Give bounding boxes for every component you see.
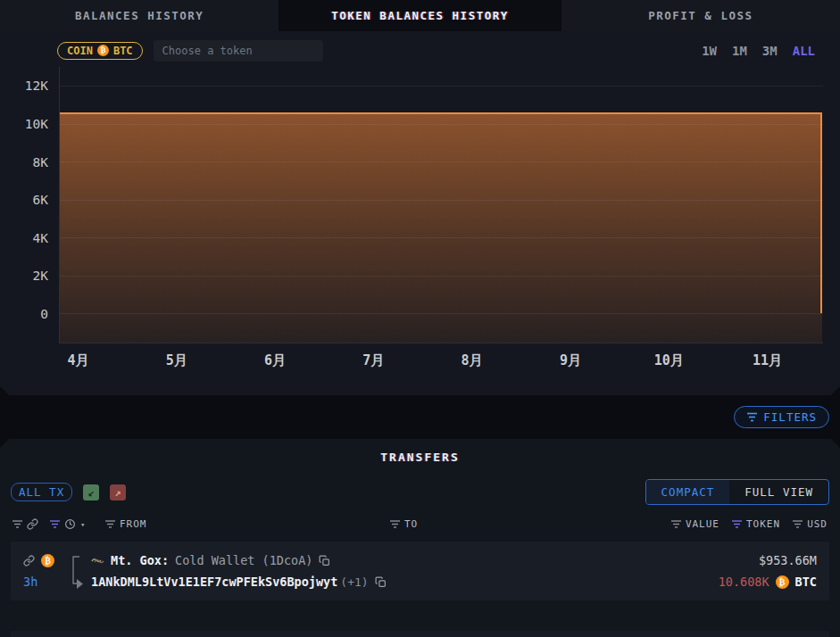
chart-body: 12K10K8K6K4K2K0 xyxy=(0,67,840,343)
y-axis-tick: 10K xyxy=(25,117,48,131)
chart-gridline xyxy=(60,237,823,238)
btc-icon: ₿ xyxy=(97,45,109,56)
entity-squiggle-icon xyxy=(91,557,104,564)
x-axis-tick: 7月 xyxy=(362,352,384,369)
range-all[interactable]: ALL xyxy=(793,44,815,58)
filter-icon xyxy=(12,520,22,528)
filter-icon-active xyxy=(732,520,742,528)
full-view-button[interactable]: FULL VIEW xyxy=(729,480,828,504)
chart-gridline xyxy=(60,161,823,162)
copy-icon[interactable] xyxy=(375,576,387,588)
filters-band: FILTERS xyxy=(0,395,840,439)
filters-button[interactable]: FILTERS xyxy=(734,406,829,428)
filter-icon xyxy=(390,520,400,528)
btc-token-icon: ₿ xyxy=(776,575,789,589)
y-axis-tick: 0 xyxy=(40,307,48,321)
tab-profit-loss[interactable]: PROFIT & LOSS xyxy=(561,0,840,31)
to-address[interactable]: 1ANkDML9LtVv1E1EF7cwPFEkSv6Bpojwyt xyxy=(91,575,337,589)
to-address-extra[interactable]: (+1) xyxy=(340,575,368,589)
x-axis-tick: 5月 xyxy=(166,352,187,369)
from-column-label: FROM xyxy=(120,518,147,530)
transfers-title: TRANSFERS xyxy=(0,439,840,464)
transfer-row-values: $953.66M 10.608K ₿ BTC xyxy=(719,550,817,592)
arrow-up-right-icon: ↗ xyxy=(115,486,121,499)
token-column-header[interactable]: TOKEN xyxy=(732,518,780,530)
view-toggle: COMPACT FULL VIEW xyxy=(645,479,829,505)
tab-bar: BALANCES HISTORY TOKEN BALANCES HISTORY … xyxy=(0,0,840,31)
chart-plot xyxy=(59,67,823,343)
clock-icon xyxy=(64,518,76,530)
chart-gridline xyxy=(60,124,823,125)
x-axis-tick: 4月 xyxy=(67,352,88,369)
coin-badge-token: BTC xyxy=(113,45,133,57)
chart-x-axis: 4月5月6月7月8月9月10月11月 xyxy=(59,343,823,385)
to-column-label: TO xyxy=(404,518,418,530)
x-axis-tick: 8月 xyxy=(462,352,483,369)
chart-gridline xyxy=(60,200,823,201)
btc-chain-icon: ₿ xyxy=(41,554,54,567)
next-row-peek xyxy=(11,631,829,637)
from-entity-detail[interactable]: Cold Wallet (1DcoA) xyxy=(175,553,312,567)
range-1w[interactable]: 1W xyxy=(702,44,717,58)
incoming-tx-button[interactable]: ↙ xyxy=(83,484,99,500)
tx-token-amount: 10.608K xyxy=(719,575,769,589)
from-to-bracket-icon xyxy=(70,556,86,590)
chart-gridline xyxy=(60,276,823,277)
y-axis-tick: 8K xyxy=(33,155,48,170)
tx-age[interactable]: 3h xyxy=(23,575,37,589)
transfers-column-headers: ▾ FROM TO VALUE T xyxy=(0,518,840,533)
transfer-row-parties: Mt. Gox: Cold Wallet (1DcoA) 1ANkDML9LtV… xyxy=(91,550,387,592)
all-tx-filter-button[interactable]: ALL TX xyxy=(11,483,72,501)
token-search-input[interactable] xyxy=(154,40,323,62)
chart-gridline xyxy=(60,313,823,314)
value-column-header[interactable]: VALUE xyxy=(671,518,719,530)
coin-btc-badge[interactable]: COIN ₿ BTC xyxy=(57,42,143,60)
filter-icon xyxy=(746,412,758,422)
tx-token-symbol[interactable]: BTC xyxy=(795,575,817,589)
chain-link-icon xyxy=(27,518,38,530)
x-axis-tick: 10月 xyxy=(654,352,684,369)
transfers-controls: ALL TX ↙ ↗ COMPACT FULL VIEW xyxy=(0,479,840,505)
tab-token-balances-history[interactable]: TOKEN BALANCES HISTORY xyxy=(280,0,559,31)
coin-badge-label: COIN xyxy=(67,45,93,57)
x-axis-tick: 11月 xyxy=(753,352,782,369)
range-1m[interactable]: 1M xyxy=(732,44,747,58)
chart-gridline xyxy=(60,86,823,87)
token-column-label: TOKEN xyxy=(746,518,780,530)
from-entity-name[interactable]: Mt. Gox: xyxy=(111,553,169,567)
value-column-label: VALUE xyxy=(686,518,719,530)
filter-icon-active xyxy=(50,520,60,528)
transfers-section: TRANSFERS ALL TX ↙ ↗ COMPACT FULL VIEW xyxy=(0,439,840,637)
x-axis-tick: 9月 xyxy=(560,352,581,369)
tab-balances-history[interactable]: BALANCES HISTORY xyxy=(0,0,279,31)
from-column-header[interactable]: FROM xyxy=(105,518,147,530)
range-3m[interactable]: 3M xyxy=(762,44,778,58)
chart-card: COIN ₿ BTC 1W 1M 3M ALL 12K10K8K6K4K2K0 … xyxy=(0,31,840,395)
filter-icon xyxy=(671,520,681,528)
chart-y-axis: 12K10K8K6K4K2K0 xyxy=(0,67,59,343)
transfer-row[interactable]: ₿ 3h Mt. Gox: Cold Wallet (1DcoA) 1ANkDM… xyxy=(11,542,829,600)
to-column-header[interactable]: TO xyxy=(390,518,418,530)
arrow-down-left-icon: ↙ xyxy=(88,486,95,499)
x-axis-tick: 6月 xyxy=(264,352,286,369)
time-range-selector: 1W 1M 3M ALL xyxy=(702,44,815,58)
transfer-row-meta: ₿ 3h xyxy=(23,550,70,592)
tx-usd-value: $953.66M xyxy=(759,553,817,567)
chevron-down-icon: ▾ xyxy=(80,520,86,529)
chain-link-icon[interactable] xyxy=(23,555,35,567)
copy-icon[interactable] xyxy=(319,555,330,567)
y-axis-tick: 6K xyxy=(33,193,48,207)
y-axis-tick: 4K xyxy=(33,231,48,245)
compact-view-button[interactable]: COMPACT xyxy=(646,480,730,504)
time-column-header[interactable]: ▾ xyxy=(50,518,86,530)
chain-column-header[interactable] xyxy=(12,518,38,530)
y-axis-tick: 2K xyxy=(33,269,48,283)
filter-icon xyxy=(105,520,115,528)
chart-area-right-edge xyxy=(820,112,822,313)
usd-column-header[interactable]: USD xyxy=(793,518,828,530)
filters-button-label: FILTERS xyxy=(763,410,817,424)
filter-icon xyxy=(793,520,803,528)
chart-area xyxy=(60,112,822,343)
y-axis-tick: 12K xyxy=(25,79,48,93)
outgoing-tx-button[interactable]: ↗ xyxy=(110,484,126,500)
